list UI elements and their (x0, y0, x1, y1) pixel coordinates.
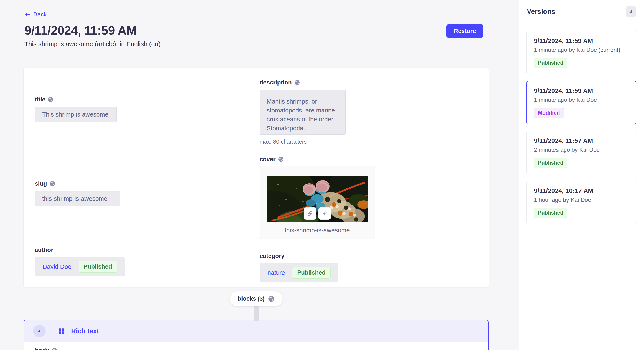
version-status-badge: Modified (534, 108, 564, 118)
slug-field-label-row: slug (35, 180, 260, 187)
globe-icon (294, 80, 300, 85)
rich-text-block: Rich text body (24, 320, 488, 350)
collapse-block-button[interactable] (33, 325, 46, 337)
globe-icon (52, 348, 57, 350)
arrow-left-icon (24, 11, 31, 18)
globe-icon (278, 157, 284, 162)
blocks-zone: blocks (3) (24, 287, 488, 320)
form-column-left: title slug author David Doe Publishe (35, 79, 260, 276)
rich-text-block-header: Rich text (24, 321, 488, 342)
version-meta: 1 hour ago by Kai Doe (534, 196, 629, 203)
title-field-label: title (35, 96, 45, 103)
cover-filename: this-shrimp-is-awesome (260, 227, 374, 234)
version-card[interactable]: 9/11/2024, 11:57 AM 2 minutes ago by Kai… (526, 131, 636, 174)
blocks-field-pill: blocks (3) (230, 291, 282, 306)
category-relation-box: nature Published (260, 263, 338, 282)
version-date: 9/11/2024, 11:59 AM (534, 87, 629, 94)
pencil-icon (321, 210, 328, 217)
category-field-label: category (260, 252, 284, 260)
version-current-tag: (current) (598, 47, 620, 53)
description-field-label: description (260, 79, 292, 86)
version-status-badge: Published (534, 158, 567, 168)
rich-text-block-body: body (24, 342, 488, 350)
rich-text-block-title: Rich text (71, 327, 99, 335)
entry-form-card: title slug author David Doe Publishe (24, 68, 488, 287)
version-status-badge: Published (534, 207, 567, 218)
form-column-right: description Mantis shrimps, or stomatopo… (260, 79, 478, 276)
slug-field-label: slug (35, 180, 47, 187)
version-detail-main: Back 9/11/2024, 11:59 AM This shrimp is … (0, 0, 518, 350)
title-input (35, 107, 117, 122)
versions-sidebar: Versions 4 9/11/2024, 11:59 AM 1 minute … (518, 0, 644, 350)
title-field: title (35, 96, 260, 122)
link-icon (307, 210, 314, 217)
author-relation-box: David Doe Published (35, 257, 125, 276)
cover-image-frame (267, 176, 368, 222)
page-title: 9/11/2024, 11:59 AM (24, 23, 518, 37)
version-card[interactable]: 9/11/2024, 11:59 AM 1 minute ago by Kai … (526, 31, 636, 74)
author-link[interactable]: David Doe (42, 263, 71, 270)
versions-count-badge: 4 (626, 6, 636, 17)
version-meta: 1 minute ago by Kai Doe (534, 97, 629, 103)
body-field-label: body (35, 347, 49, 350)
category-status-badge: Published (292, 267, 330, 279)
slug-input (35, 191, 120, 206)
cover-action-buttons (304, 207, 331, 220)
version-card[interactable]: 9/11/2024, 10:17 AM 1 hour ago by Kai Do… (526, 181, 636, 224)
category-link[interactable]: nature (268, 269, 285, 276)
category-field-label-row: category (260, 252, 478, 260)
back-link[interactable]: Back (24, 11, 47, 18)
globe-icon (50, 181, 55, 186)
cover-field: cover (260, 156, 478, 239)
slug-field: slug (35, 180, 260, 206)
cover-field-label-row: cover (260, 156, 478, 163)
version-card-selected[interactable]: 9/11/2024, 11:59 AM 1 minute ago by Kai … (526, 81, 636, 124)
edit-pencil-button[interactable] (318, 207, 331, 220)
chevron-up-icon (37, 328, 42, 334)
versions-header: Versions 4 (519, 0, 644, 23)
version-date: 9/11/2024, 10:17 AM (534, 187, 629, 194)
blocks-connector (254, 305, 258, 321)
author-field: author David Doe Published (35, 246, 260, 276)
versions-list: 9/11/2024, 11:59 AM 1 minute ago by Kai … (519, 23, 644, 239)
restore-button[interactable]: Restore (446, 24, 484, 38)
body-field-label-row: body (35, 347, 488, 350)
description-field-label-row: description (260, 79, 478, 86)
description-hint: max. 80 characters (260, 138, 478, 145)
version-meta: 2 minutes ago by Kai Doe (534, 147, 629, 153)
page-subtitle: This shrimp is awesome (article), in Eng… (24, 40, 518, 48)
globe-icon (48, 97, 54, 102)
globe-icon (268, 296, 274, 302)
description-field: description Mantis shrimps, or stomatopo… (260, 79, 478, 145)
version-date: 9/11/2024, 11:59 AM (534, 37, 629, 44)
cover-asset-card: this-shrimp-is-awesome (260, 166, 375, 239)
version-status-badge: Published (534, 58, 567, 68)
copy-link-button[interactable] (304, 207, 316, 220)
title-field-label-row: title (35, 96, 260, 103)
versions-title: Versions (527, 8, 555, 15)
version-date: 9/11/2024, 11:57 AM (534, 137, 629, 144)
author-status-badge: Published (78, 261, 117, 273)
blocks-pill-label: blocks (3) (238, 296, 264, 302)
author-field-label-row: author (35, 246, 260, 254)
version-meta: 1 minute ago by Kai Doe (current) (534, 47, 629, 53)
description-textarea: Mantis shrimps, or stomatopods, are mari… (260, 90, 346, 135)
category-field: category nature Published (260, 252, 478, 282)
author-field-label: author (35, 246, 53, 254)
component-grid-icon (58, 328, 65, 335)
cover-field-label: cover (260, 156, 276, 163)
back-label: Back (34, 11, 47, 18)
